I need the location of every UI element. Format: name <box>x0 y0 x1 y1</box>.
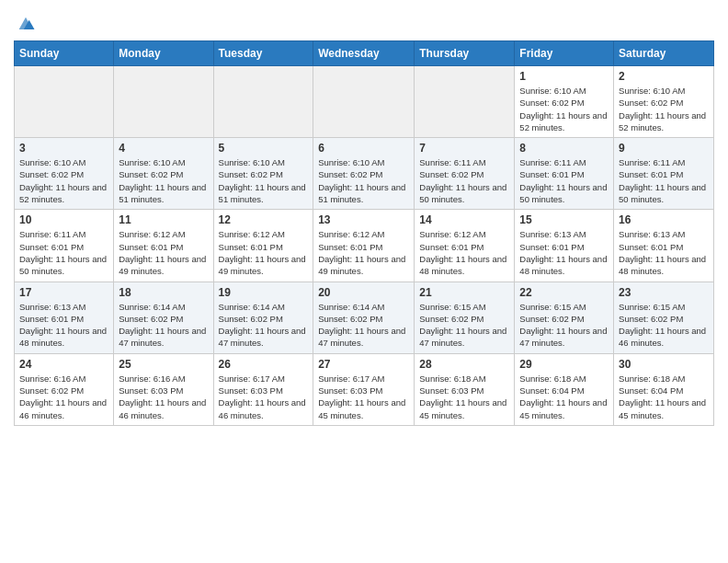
day-info: Sunrise: 6:11 AM Sunset: 6:01 PM Dayligh… <box>19 228 108 277</box>
day-info: Sunrise: 6:11 AM Sunset: 6:01 PM Dayligh… <box>519 156 609 205</box>
empty-cell <box>313 66 415 138</box>
day-info: Sunrise: 6:13 AM Sunset: 6:01 PM Dayligh… <box>619 228 709 277</box>
day-info: Sunrise: 6:11 AM Sunset: 6:02 PM Dayligh… <box>419 156 509 205</box>
day-info: Sunrise: 6:10 AM Sunset: 6:02 PM Dayligh… <box>619 85 709 133</box>
day-info: Sunrise: 6:18 AM Sunset: 6:04 PM Dayligh… <box>619 373 709 421</box>
day-number: 6 <box>318 142 409 155</box>
day-cell-22: 22Sunrise: 6:15 AM Sunset: 6:02 PM Dayli… <box>515 282 614 353</box>
day-cell-29: 29Sunrise: 6:18 AM Sunset: 6:04 PM Dayli… <box>515 353 614 425</box>
day-cell-1: 1Sunrise: 6:10 AM Sunset: 6:02 PM Daylig… <box>515 66 614 138</box>
day-cell-8: 8Sunrise: 6:11 AM Sunset: 6:01 PM Daylig… <box>515 138 614 210</box>
week-row-4: 17Sunrise: 6:13 AM Sunset: 6:01 PM Dayli… <box>15 282 714 353</box>
day-number: 1 <box>519 70 609 83</box>
day-info: Sunrise: 6:12 AM Sunset: 6:01 PM Dayligh… <box>119 228 208 277</box>
day-number: 4 <box>119 142 208 155</box>
day-cell-9: 9Sunrise: 6:11 AM Sunset: 6:01 PM Daylig… <box>614 138 714 210</box>
day-cell-3: 3Sunrise: 6:10 AM Sunset: 6:02 PM Daylig… <box>15 138 114 210</box>
day-info: Sunrise: 6:10 AM Sunset: 6:02 PM Dayligh… <box>19 156 108 205</box>
day-number: 16 <box>619 213 709 226</box>
day-cell-20: 20Sunrise: 6:14 AM Sunset: 6:02 PM Dayli… <box>313 282 415 353</box>
logo-text <box>14 15 36 33</box>
day-info: Sunrise: 6:10 AM Sunset: 6:02 PM Dayligh… <box>119 156 208 205</box>
day-number: 26 <box>219 358 309 371</box>
weekday-header-wednesday: Wednesday <box>313 41 415 66</box>
day-cell-7: 7Sunrise: 6:11 AM Sunset: 6:02 PM Daylig… <box>415 138 515 210</box>
day-number: 13 <box>318 213 409 226</box>
weekday-header-monday: Monday <box>114 41 213 66</box>
day-number: 8 <box>519 142 609 155</box>
header <box>14 9 714 33</box>
day-info: Sunrise: 6:12 AM Sunset: 6:01 PM Dayligh… <box>219 228 309 277</box>
day-cell-13: 13Sunrise: 6:12 AM Sunset: 6:01 PM Dayli… <box>313 210 415 282</box>
calendar: SundayMondayTuesdayWednesdayThursdayFrid… <box>14 40 714 426</box>
day-cell-5: 5Sunrise: 6:10 AM Sunset: 6:02 PM Daylig… <box>213 138 313 210</box>
empty-cell <box>15 66 114 138</box>
weekday-header-friday: Friday <box>515 41 614 66</box>
day-cell-4: 4Sunrise: 6:10 AM Sunset: 6:02 PM Daylig… <box>114 138 213 210</box>
day-info: Sunrise: 6:18 AM Sunset: 6:04 PM Dayligh… <box>519 373 609 421</box>
empty-cell <box>213 66 313 138</box>
day-cell-26: 26Sunrise: 6:17 AM Sunset: 6:03 PM Dayli… <box>213 353 313 425</box>
day-number: 21 <box>419 286 509 299</box>
day-info: Sunrise: 6:16 AM Sunset: 6:03 PM Dayligh… <box>119 373 208 421</box>
day-number: 17 <box>19 286 108 299</box>
weekday-header-row: SundayMondayTuesdayWednesdayThursdayFrid… <box>15 41 714 66</box>
day-number: 28 <box>419 358 509 371</box>
day-info: Sunrise: 6:18 AM Sunset: 6:03 PM Dayligh… <box>419 373 509 421</box>
day-cell-21: 21Sunrise: 6:15 AM Sunset: 6:02 PM Dayli… <box>415 282 515 353</box>
day-info: Sunrise: 6:16 AM Sunset: 6:02 PM Dayligh… <box>19 373 108 421</box>
day-cell-17: 17Sunrise: 6:13 AM Sunset: 6:01 PM Dayli… <box>15 282 114 353</box>
day-number: 23 <box>619 286 709 299</box>
day-info: Sunrise: 6:15 AM Sunset: 6:02 PM Dayligh… <box>619 301 709 350</box>
day-info: Sunrise: 6:15 AM Sunset: 6:02 PM Dayligh… <box>419 301 509 350</box>
day-number: 14 <box>419 213 509 226</box>
day-cell-14: 14Sunrise: 6:12 AM Sunset: 6:01 PM Dayli… <box>415 210 515 282</box>
day-number: 15 <box>519 213 609 226</box>
logo-icon <box>16 13 36 33</box>
day-number: 30 <box>619 358 709 371</box>
day-number: 22 <box>519 286 609 299</box>
day-number: 20 <box>318 286 409 299</box>
week-row-5: 24Sunrise: 6:16 AM Sunset: 6:02 PM Dayli… <box>15 353 714 425</box>
day-cell-24: 24Sunrise: 6:16 AM Sunset: 6:02 PM Dayli… <box>15 353 114 425</box>
day-info: Sunrise: 6:15 AM Sunset: 6:02 PM Dayligh… <box>519 301 609 350</box>
day-cell-11: 11Sunrise: 6:12 AM Sunset: 6:01 PM Dayli… <box>114 210 213 282</box>
day-number: 2 <box>619 70 709 83</box>
day-number: 27 <box>318 358 409 371</box>
day-info: Sunrise: 6:12 AM Sunset: 6:01 PM Dayligh… <box>419 228 509 277</box>
day-cell-27: 27Sunrise: 6:17 AM Sunset: 6:03 PM Dayli… <box>313 353 415 425</box>
day-cell-16: 16Sunrise: 6:13 AM Sunset: 6:01 PM Dayli… <box>614 210 714 282</box>
day-cell-30: 30Sunrise: 6:18 AM Sunset: 6:04 PM Dayli… <box>614 353 714 425</box>
day-number: 7 <box>419 142 509 155</box>
day-number: 18 <box>119 286 208 299</box>
day-info: Sunrise: 6:10 AM Sunset: 6:02 PM Dayligh… <box>219 156 309 205</box>
day-info: Sunrise: 6:10 AM Sunset: 6:02 PM Dayligh… <box>318 156 409 205</box>
day-cell-12: 12Sunrise: 6:12 AM Sunset: 6:01 PM Dayli… <box>213 210 313 282</box>
day-info: Sunrise: 6:14 AM Sunset: 6:02 PM Dayligh… <box>119 301 208 350</box>
day-number: 25 <box>119 358 208 371</box>
day-number: 12 <box>219 213 309 226</box>
day-info: Sunrise: 6:14 AM Sunset: 6:02 PM Dayligh… <box>318 301 409 350</box>
week-row-2: 3Sunrise: 6:10 AM Sunset: 6:02 PM Daylig… <box>15 138 714 210</box>
day-info: Sunrise: 6:17 AM Sunset: 6:03 PM Dayligh… <box>318 373 409 421</box>
logo <box>14 15 36 33</box>
day-number: 3 <box>19 142 108 155</box>
day-cell-25: 25Sunrise: 6:16 AM Sunset: 6:03 PM Dayli… <box>114 353 213 425</box>
empty-cell <box>114 66 213 138</box>
day-cell-15: 15Sunrise: 6:13 AM Sunset: 6:01 PM Dayli… <box>515 210 614 282</box>
weekday-header-sunday: Sunday <box>15 41 114 66</box>
day-number: 9 <box>619 142 709 155</box>
day-cell-23: 23Sunrise: 6:15 AM Sunset: 6:02 PM Dayli… <box>614 282 714 353</box>
day-info: Sunrise: 6:13 AM Sunset: 6:01 PM Dayligh… <box>19 301 108 350</box>
day-cell-10: 10Sunrise: 6:11 AM Sunset: 6:01 PM Dayli… <box>15 210 114 282</box>
day-number: 19 <box>219 286 309 299</box>
page: SundayMondayTuesdayWednesdayThursdayFrid… <box>0 0 728 440</box>
day-cell-2: 2Sunrise: 6:10 AM Sunset: 6:02 PM Daylig… <box>614 66 714 138</box>
day-number: 5 <box>219 142 309 155</box>
day-number: 29 <box>519 358 609 371</box>
weekday-header-saturday: Saturday <box>614 41 714 66</box>
week-row-3: 10Sunrise: 6:11 AM Sunset: 6:01 PM Dayli… <box>15 210 714 282</box>
day-cell-19: 19Sunrise: 6:14 AM Sunset: 6:02 PM Dayli… <box>213 282 313 353</box>
day-info: Sunrise: 6:11 AM Sunset: 6:01 PM Dayligh… <box>619 156 709 205</box>
day-number: 11 <box>119 213 208 226</box>
